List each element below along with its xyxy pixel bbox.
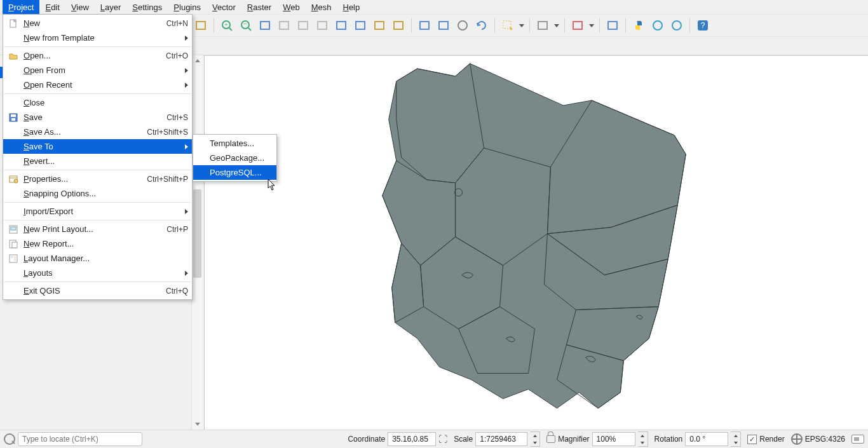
temporal-button[interactable]: [454, 17, 471, 34]
new-3d-button[interactable]: [390, 17, 407, 34]
menu-plugins[interactable]: Plugins: [168, 0, 207, 14]
locator-input[interactable]: [18, 432, 142, 446]
invert-dropdown[interactable]: [588, 24, 595, 27]
menu-web[interactable]: Web: [277, 0, 306, 14]
rotation-value[interactable]: 0.0 °: [685, 432, 728, 446]
new-map-button[interactable]: [371, 17, 388, 34]
deselect-dropdown[interactable]: [553, 24, 560, 27]
zoom-next-button[interactable]: [352, 17, 369, 34]
menu-vector[interactable]: Vector: [207, 0, 241, 14]
save-icon: [6, 112, 21, 123]
magnifier-group: Magnifier 100%: [546, 431, 648, 447]
svg-rect-21: [608, 22, 617, 29]
search-icon: [4, 433, 15, 445]
svg-text:−: −: [243, 20, 247, 27]
rotation-spinner[interactable]: [731, 431, 741, 447]
magnifier-value[interactable]: 100%: [592, 432, 635, 446]
measure2-button[interactable]: [435, 17, 452, 34]
scale-label: Scale: [454, 435, 473, 444]
menu-settings[interactable]: Settings: [126, 0, 168, 14]
magnifier-spinner[interactable]: [638, 431, 648, 447]
map-canvas[interactable]: [205, 55, 868, 430]
submenu-item-postgresql[interactable]: PostgreSQL...: [193, 165, 276, 180]
lock-icon[interactable]: [546, 435, 555, 443]
menu-item-revert[interactable]: Revert...: [3, 154, 192, 168]
menu-item-open[interactable]: Open...Ctrl+O: [3, 48, 192, 63]
scroll-track[interactable]: [192, 66, 203, 419]
scroll-down-button[interactable]: [192, 419, 203, 430]
zoom-last-button[interactable]: [333, 17, 349, 34]
menu-item-layouts[interactable]: Layouts: [3, 266, 192, 280]
select-dropdown[interactable]: [519, 24, 525, 27]
submenu-arrow-icon: [185, 144, 188, 149]
menu-item-properties[interactable]: Properties...Ctrl+Shift+P: [3, 172, 192, 186]
scale-value[interactable]: 1:7259463: [475, 432, 527, 446]
menu-item-open-from[interactable]: Open From: [3, 63, 192, 78]
menu-view[interactable]: View: [65, 0, 95, 14]
scale-spinner[interactable]: [530, 431, 540, 447]
submenu-item-geopackage[interactable]: GeoPackage...: [193, 151, 276, 165]
crs-group[interactable]: EPSG:4326: [791, 433, 845, 445]
invert-button[interactable]: [569, 17, 586, 34]
plugin1-button[interactable]: [649, 17, 666, 34]
zoom-full-button[interactable]: [257, 17, 273, 34]
zoom-in-button[interactable]: +: [219, 17, 235, 34]
open-button[interactable]: [193, 17, 209, 34]
save-to-submenu[interactable]: Templates...GeoPackage...PostgreSQL...: [193, 134, 277, 182]
menu-item-new-from-template[interactable]: New from Template: [3, 31, 192, 45]
plugin2-button[interactable]: [668, 17, 685, 34]
menu-item-new[interactable]: NewCtrl+N: [3, 16, 192, 31]
menu-item-new-report[interactable]: New Report...: [3, 236, 192, 251]
project-menu-dropdown[interactable]: NewCtrl+NNew from TemplateOpen...Ctrl+OO…: [3, 14, 193, 300]
python-button[interactable]: [630, 17, 647, 34]
zoom-layer-button[interactable]: [295, 17, 311, 34]
measure-button[interactable]: [416, 17, 433, 34]
menu-item-import-export[interactable]: Import/Export: [3, 204, 192, 219]
menu-item-save-as[interactable]: Save As...Ctrl+Shift+S: [3, 125, 192, 139]
menu-item-close[interactable]: Close: [3, 95, 192, 110]
menu-project[interactable]: Project: [3, 0, 39, 14]
scroll-up-button[interactable]: [192, 55, 203, 66]
submenu-item-templates[interactable]: Templates...: [193, 136, 276, 151]
show-stats-button[interactable]: [604, 17, 621, 34]
new-icon: [6, 18, 21, 29]
select-button[interactable]: [499, 17, 516, 34]
menu-help[interactable]: Help: [337, 0, 365, 14]
map-layer-osm-admin: [205, 56, 868, 430]
menu-item-open-recent[interactable]: Open Recent: [3, 78, 192, 92]
submenu-arrow-icon: [185, 36, 188, 41]
zoom-sel-button[interactable]: [276, 17, 292, 34]
scroll-thumb[interactable]: [193, 189, 201, 278]
svg-rect-37: [11, 256, 13, 258]
svg-rect-13: [375, 22, 384, 29]
svg-text:?: ?: [701, 21, 705, 30]
extents-icon[interactable]: ⛶: [438, 434, 447, 444]
refresh-button[interactable]: [473, 17, 490, 34]
render-checkbox[interactable]: [747, 435, 757, 444]
menu-item-exit-qgis[interactable]: Exit QGISCtrl+Q: [3, 283, 192, 298]
deselect-button[interactable]: [534, 17, 551, 34]
svg-rect-29: [11, 118, 15, 121]
messages-icon[interactable]: [851, 435, 864, 444]
crs-icon: [791, 433, 803, 445]
menu-item-save[interactable]: SaveCtrl+S: [3, 110, 192, 125]
svg-line-2: [229, 28, 232, 31]
render-label: Render: [759, 435, 784, 444]
svg-rect-36: [10, 255, 17, 262]
menu-raster[interactable]: Raster: [241, 0, 277, 14]
rotation-group: Rotation 0.0 °: [654, 431, 742, 447]
zoom-native-button[interactable]: [314, 17, 330, 34]
zoom-out-button[interactable]: −: [238, 17, 254, 34]
menu-edit[interactable]: Edit: [39, 0, 65, 14]
menu-item-new-print-layout[interactable]: New Print Layout...Ctrl+P: [3, 222, 192, 236]
menu-item-snapping-options[interactable]: Snapping Options...: [3, 186, 192, 201]
svg-rect-9: [299, 22, 308, 29]
browser-scrollbar[interactable]: [191, 55, 203, 430]
help-button[interactable]: ?: [695, 17, 711, 34]
menu-item-save-to[interactable]: Save To: [3, 139, 192, 154]
menu-layer[interactable]: Layer: [95, 0, 127, 14]
open-icon: [6, 51, 21, 61]
menu-item-layout-manager[interactable]: Layout Manager...: [3, 251, 192, 266]
menu-mesh[interactable]: Mesh: [306, 0, 337, 14]
coord-value[interactable]: 35.16,0.85: [388, 432, 436, 446]
